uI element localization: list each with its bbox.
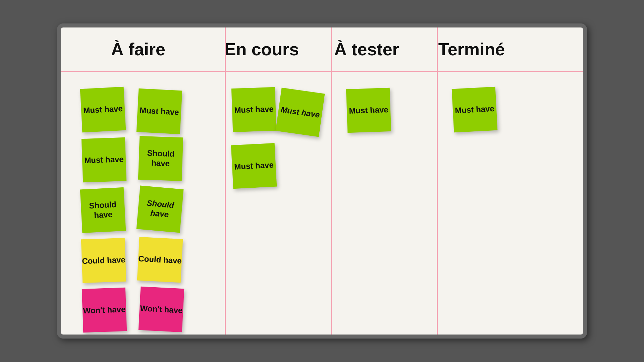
note-must-have-6[interactable]: Must have [231,143,277,189]
col-header-a-tester: À tester [315,39,419,59]
note-must-have-3[interactable]: Must have [82,137,126,182]
note-should-have-1[interactable]: Should have [138,136,183,181]
note-wont-have-1[interactable]: Won't have [82,288,127,333]
note-must-have-5[interactable]: Must have [276,88,325,137]
note-could-have-1[interactable]: Could have [81,238,126,283]
note-must-have-7[interactable]: Must have [346,88,391,133]
col-header-a-faire: À faire [61,39,209,59]
col-header-termine: Terminé [420,39,524,59]
note-must-have-4[interactable]: Must have [231,87,276,132]
note-should-have-3[interactable]: Should have [137,186,184,233]
note-could-have-2[interactable]: Could have [137,237,183,283]
note-must-have-1[interactable]: Must have [80,87,126,133]
note-should-have-2[interactable]: Should have [80,187,126,233]
note-wont-have-2[interactable]: Won't have [139,287,184,333]
note-must-have-8[interactable]: Must have [452,87,498,133]
header-row: À faire En cours À tester Terminé [61,27,583,71]
content-area: Must have Must have Must have Should hav… [61,71,583,335]
board-inner: À faire En cours À tester Terminé Must h… [61,27,583,335]
note-must-have-2[interactable]: Must have [137,88,182,134]
whiteboard: À faire En cours À tester Terminé Must h… [57,23,587,339]
